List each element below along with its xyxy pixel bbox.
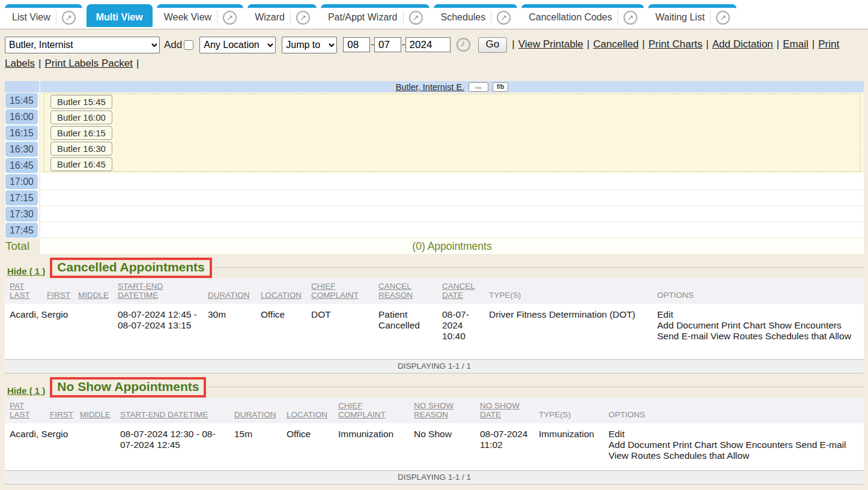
provider-column: Butler 15:45 Butler 16:00 Butler 16:15 B… xyxy=(40,92,864,238)
slot-button-1645[interactable]: Butler 16:45 xyxy=(50,157,112,171)
options-list: Add Document Print Chart Show Encounters… xyxy=(609,440,859,461)
location: Office xyxy=(282,423,333,470)
date-month-input[interactable] xyxy=(343,37,370,52)
tab-pat-appt-wizard[interactable]: Pat/Appt Wizard ↗ xyxy=(321,4,429,27)
tab-week-view[interactable]: Week View ↗ xyxy=(157,4,243,27)
provider-header-link[interactable]: Butler, Internist E. xyxy=(396,82,464,92)
collapse-column-button[interactable]: — xyxy=(469,82,488,92)
clock-icon[interactable] xyxy=(456,37,471,52)
add-checkbox[interactable] xyxy=(184,40,193,50)
schedules-that-allow-option[interactable]: Schedules that Allow xyxy=(663,450,749,461)
date-year-input[interactable] xyxy=(405,37,451,52)
tab-multi-view[interactable]: Multi View xyxy=(86,4,153,27)
add-dictation-link[interactable]: Add Dictation xyxy=(712,38,773,50)
print-chart-option[interactable]: Print Chart xyxy=(673,440,717,450)
col-start-end[interactable]: START-END DATETIME xyxy=(113,279,203,304)
schedule-column-header: Butler, Internist E. — f/b xyxy=(5,81,864,92)
col-cancel-reason[interactable]: CANCEL REASON xyxy=(374,279,437,304)
col-middle[interactable]: MIDDLE xyxy=(73,279,113,304)
edit-option[interactable]: Edit xyxy=(609,429,859,440)
external-link-icon[interactable]: ↗ xyxy=(296,11,310,25)
slot-button-1600[interactable]: Butler 16:00 xyxy=(50,110,112,124)
col-location[interactable]: LOCATION xyxy=(256,279,306,304)
col-duration[interactable]: DURATION xyxy=(229,398,282,423)
col-first[interactable]: FIRST xyxy=(42,279,73,304)
slot-button-1630[interactable]: Butler 16:30 xyxy=(50,142,112,156)
link-separator: | xyxy=(136,58,139,69)
col-chief-complaint[interactable]: CHIEF COMPLAINT xyxy=(306,279,374,304)
hide-cancelled-link[interactable]: Hide ( 1 ) xyxy=(7,266,45,276)
col-pat-last[interactable]: PAT LAST xyxy=(5,398,45,423)
col-duration[interactable]: DURATION xyxy=(203,279,256,304)
external-link-icon[interactable]: ↗ xyxy=(62,11,76,25)
send-email-option[interactable]: Send E-mail xyxy=(795,440,846,450)
tab-label: Schedules xyxy=(441,12,491,23)
tab-waiting-list[interactable]: Waiting List ↗ xyxy=(648,4,736,27)
time-slot-label: 16:15 xyxy=(5,126,38,141)
print-labels-packet-link[interactable]: Print Labels Packet xyxy=(45,58,133,69)
multi-view-schedule: Butler, Internist E. — f/b 15:45 16:00 1… xyxy=(5,81,864,254)
empty-slot-row[interactable] xyxy=(40,206,864,222)
col-pat-last[interactable]: PAT LAST xyxy=(5,279,42,304)
cancelled-appointment-row: Acardi, Sergio 08-07-2024 12:45 - 08-07-… xyxy=(5,304,864,359)
col-start-end[interactable]: START-END DATETIME xyxy=(115,398,229,423)
cancel-date: 08-07-2024 10:40 xyxy=(437,304,484,359)
add-document-option[interactable]: Add Document xyxy=(657,320,719,330)
external-link-icon[interactable]: ↗ xyxy=(497,11,511,25)
email-link[interactable]: Email xyxy=(783,38,809,50)
start-end-datetime: 08-07-2024 12:45 - 08-07-2024 13:15 xyxy=(113,304,203,359)
external-link-icon[interactable]: ↗ xyxy=(624,11,637,25)
col-middle[interactable]: MIDDLE xyxy=(75,398,115,423)
edit-option[interactable]: Edit xyxy=(657,309,859,320)
add-document-option[interactable]: Add Document xyxy=(609,440,670,450)
send-email-option[interactable]: Send E-mail xyxy=(657,331,708,341)
view-routes-option[interactable]: View Routes xyxy=(711,331,763,341)
col-first[interactable]: FIRST xyxy=(45,398,75,423)
cancelled-link[interactable]: Cancelled xyxy=(593,38,639,50)
fb-toggle-button[interactable]: f/b xyxy=(493,82,508,92)
col-chief-complaint[interactable]: CHIEF COMPLAINT xyxy=(333,398,409,423)
slot-button-1545[interactable]: Butler 15:45 xyxy=(50,95,112,109)
tab-divider xyxy=(618,10,618,25)
jump-to-select[interactable]: Jump to xyxy=(282,37,337,53)
hide-no-show-link[interactable]: Hide ( 1 ) xyxy=(7,386,45,396)
total-row: Total (0) Appointments xyxy=(5,238,864,254)
print-charts-link[interactable]: Print Charts xyxy=(649,38,703,50)
show-encounters-option[interactable]: Show Encounters xyxy=(768,320,842,330)
location-select[interactable]: Any Location xyxy=(199,37,276,53)
provider-select[interactable]: Butler, Internist xyxy=(5,37,160,53)
empty-slot-row[interactable] xyxy=(40,190,864,206)
appointment-types: Immunization xyxy=(534,423,604,470)
tab-list-view[interactable]: List View ↗ xyxy=(5,4,82,27)
show-encounters-option[interactable]: Show Encounters xyxy=(720,440,793,450)
tab-label: Week View xyxy=(164,12,217,23)
appointment-types: Driver Fitness Determination (DOT) xyxy=(484,304,652,359)
schedules-that-allow-option[interactable]: Schedules that Allow xyxy=(765,331,851,341)
view-printable-link[interactable]: View Printable xyxy=(518,38,583,50)
slot-button-1615[interactable]: Butler 16:15 xyxy=(50,126,112,140)
time-slot-label: 15:45 xyxy=(5,93,38,108)
external-link-icon[interactable]: ↗ xyxy=(409,11,423,25)
external-link-icon[interactable]: ↗ xyxy=(716,11,730,25)
go-button[interactable]: Go xyxy=(478,37,508,53)
view-routes-option[interactable]: View Routes xyxy=(609,450,661,461)
arrow-glyph: ↗ xyxy=(226,14,233,22)
col-no-show-reason[interactable]: NO SHOW REASON xyxy=(409,398,475,423)
tab-schedules[interactable]: Schedules ↗ xyxy=(434,4,518,27)
col-location[interactable]: LOCATION xyxy=(282,398,333,423)
options-list: Add Document Print Chart Show Encounters… xyxy=(657,320,859,342)
date-day-input[interactable] xyxy=(374,37,401,52)
schedule-body: 15:45 16:00 16:15 16:30 16:45 17:00 17:1… xyxy=(5,92,864,238)
empty-slot-row[interactable] xyxy=(40,174,864,190)
bookable-region: Butler 15:45 Butler 16:00 Butler 16:15 B… xyxy=(40,92,864,174)
empty-slot-row[interactable] xyxy=(40,222,864,238)
no-show-appointment-row: Acardi, Sergio 08-07-2024 12:30 - 08-07-… xyxy=(5,423,864,470)
tab-wizard[interactable]: Wizard ↗ xyxy=(247,4,317,27)
col-cancel-date[interactable]: CANCEL DATE xyxy=(437,279,484,304)
total-label: Total xyxy=(5,238,39,254)
tab-cancellation-codes[interactable]: Cancellation Codes ↗ xyxy=(521,4,644,27)
external-link-icon[interactable]: ↗ xyxy=(223,11,237,25)
col-no-show-date[interactable]: NO SHOW DATE xyxy=(475,398,534,423)
print-chart-option[interactable]: Print Chart xyxy=(721,320,766,330)
tab-divider xyxy=(403,10,404,25)
